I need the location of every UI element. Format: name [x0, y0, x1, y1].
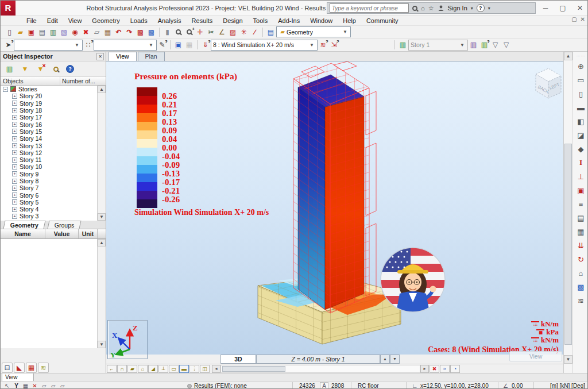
sign-in-label[interactable]: Sign In: [448, 5, 467, 11]
releases-icon[interactable]: ⟂: [158, 365, 168, 373]
save-icon[interactable]: ▣: [26, 27, 37, 37]
layout-manager-icon[interactable]: ▤: [265, 27, 276, 37]
expand-icon[interactable]: +: [12, 207, 17, 212]
menu-file[interactable]: File: [21, 16, 42, 26]
wall-icon[interactable]: ◧: [575, 115, 587, 128]
close-button[interactable]: ✕: [571, 4, 588, 12]
signin-caret-icon[interactable]: ▾: [471, 6, 473, 11]
tree-item[interactable]: +Story 7: [1, 184, 98, 191]
expand-icon[interactable]: +: [12, 115, 17, 120]
tree-item[interactable]: +Story 8: [1, 178, 98, 184]
grid-snap-icon[interactable]: ▦: [21, 382, 30, 389]
menu-view[interactable]: View: [63, 16, 87, 26]
expand-icon[interactable]: +: [12, 143, 17, 148]
structure-model-icon[interactable]: ▥: [4, 64, 15, 74]
layers-view-icon[interactable]: ≋: [38, 363, 49, 373]
tools-config-icon[interactable]: ∕: [249, 27, 260, 37]
story-color-icon[interactable]: ▥: [468, 40, 479, 50]
layers-icon[interactable]: ≋: [575, 294, 587, 307]
offsets-icon[interactable]: ▣: [575, 184, 587, 197]
thickness-icon[interactable]: ▬: [179, 365, 189, 373]
results-viewer-icon[interactable]: ▩: [146, 27, 157, 37]
expand-icon[interactable]: +: [12, 171, 17, 176]
print-preview-icon[interactable]: ▥: [48, 27, 59, 37]
tab-geometry[interactable]: Geometry: [3, 221, 46, 229]
panel-numbers-icon[interactable]: ▰: [127, 365, 137, 373]
tree-item-stories[interactable]: −Stories: [1, 86, 98, 93]
col-objects[interactable]: Objects: [1, 77, 60, 85]
node-selection-icon[interactable]: ∷?: [83, 40, 94, 50]
expand-icon[interactable]: +: [12, 186, 17, 191]
help-caret-icon[interactable]: ▾: [488, 6, 490, 11]
sort-icon[interactable]: A: [320, 382, 328, 389]
display-options-icon[interactable]: ◫: [200, 365, 210, 373]
zoom-window-icon[interactable]: [173, 27, 184, 37]
column-icon[interactable]: ▯: [575, 87, 587, 100]
hscroll-thumb[interactable]: [222, 366, 285, 372]
mdi-restore-icon[interactable]: ▢: [571, 16, 577, 22]
level-tab[interactable]: Z = 4.00 m - Story 1: [256, 355, 380, 364]
screen-capture-icon[interactable]: ▧: [59, 27, 69, 37]
calculations-icon[interactable]: ▩: [135, 27, 146, 37]
solid-icon[interactable]: ◆: [575, 142, 587, 155]
load-case-selector[interactable]: 8 : Wind Simulation X+ 20 m/s▼: [211, 40, 318, 51]
menu-analysis[interactable]: Analysis: [153, 16, 187, 26]
load-case-icon[interactable]: ⇓?: [200, 40, 211, 50]
zoom-dynamic-icon[interactable]: +: [184, 27, 195, 37]
new-project-icon[interactable]: ▯: [4, 27, 15, 37]
tree-item[interactable]: +Story 4: [1, 206, 98, 213]
vscroll-thumb[interactable]: [564, 144, 572, 345]
mode-3d-tab[interactable]: 3D: [220, 355, 256, 364]
tree-item[interactable]: +Story 20: [1, 93, 98, 99]
tree-item[interactable]: +Story 17: [1, 114, 98, 121]
hscroll-track[interactable]: [220, 365, 420, 373]
snap-settings-icon[interactable]: Y: [12, 382, 21, 389]
orbit-icon[interactable]: ◔: [450, 365, 460, 373]
units-display[interactable]: [m] [kN] [Deg]: [550, 383, 585, 389]
tree-item[interactable]: +Story 9: [1, 171, 98, 178]
rotate-object-icon[interactable]: ↻: [575, 253, 587, 265]
expand-icon[interactable]: +: [12, 214, 17, 219]
view-manager-icon[interactable]: ▣: [173, 40, 184, 50]
tree-item[interactable]: +Story 15: [1, 128, 98, 135]
tree-item[interactable]: +Story 3: [1, 213, 98, 219]
sections-icon[interactable]: ◢: [148, 365, 158, 373]
menu-help[interactable]: Help: [338, 16, 361, 26]
camera-icon[interactable]: ◉: [69, 27, 80, 37]
dynamic-view-icon[interactable]: ≈: [440, 365, 450, 373]
mdi-close-icon[interactable]: ✕: [581, 16, 585, 22]
story-icon[interactable]: ▥: [397, 40, 408, 50]
help-icon[interactable]: ?: [477, 4, 485, 12]
expand-icon[interactable]: +: [12, 150, 17, 155]
undo-icon[interactable]: ↶: [113, 27, 124, 37]
inspector-search-icon[interactable]: [51, 64, 61, 74]
object-selection-icon[interactable]: ➤?: [3, 40, 14, 50]
col-number[interactable]: Number of...: [60, 77, 106, 85]
hscroll-left-icon[interactable]: ◂: [212, 365, 220, 373]
user-icon[interactable]: [438, 5, 444, 11]
table-view-icon[interactable]: ▦: [26, 363, 37, 373]
tree-item[interactable]: +Story 14: [1, 135, 98, 142]
tree-item[interactable]: +Story 16: [1, 121, 98, 128]
expand-icon[interactable]: +: [12, 101, 17, 106]
header-value[interactable]: Value: [45, 229, 79, 238]
filter-view-icon[interactable]: ◣: [14, 363, 25, 373]
story-selector[interactable]: Story 1▼: [408, 40, 468, 51]
close-view-icon[interactable]: ✖: [430, 365, 439, 373]
vscroll-up-icon[interactable]: ▲: [564, 52, 572, 60]
layout-c-icon[interactable]: ▱: [58, 382, 67, 389]
delete-icon[interactable]: ✖: [80, 27, 91, 37]
numbering-icon[interactable]: ⁞: [189, 365, 199, 373]
slab-icon[interactable]: ▬: [575, 101, 587, 114]
expand-icon[interactable]: +: [12, 122, 17, 127]
paste-icon[interactable]: ▦: [102, 27, 113, 37]
favorites-star-icon[interactable]: ☆: [428, 5, 434, 12]
expand-icon[interactable]: +: [12, 94, 17, 99]
menu-edit[interactable]: Edit: [42, 16, 63, 26]
tables-icon[interactable]: ▩: [575, 280, 587, 293]
inspector-close-icon[interactable]: ✕: [96, 53, 104, 60]
story-params-icon[interactable]: ▥?: [479, 40, 490, 50]
expand-icon[interactable]: +: [12, 164, 17, 170]
menu-community[interactable]: Community: [361, 16, 404, 26]
viewport-vscroll[interactable]: ▲ ▼: [563, 52, 572, 373]
